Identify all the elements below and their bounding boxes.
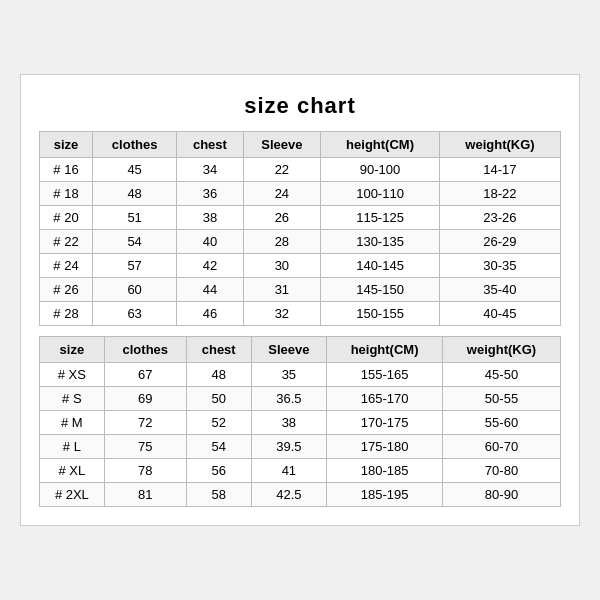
table-cell: # L <box>40 435 105 459</box>
table-cell: 60-70 <box>442 435 560 459</box>
table-cell: 175-180 <box>327 435 443 459</box>
table-cell: 58 <box>186 483 251 507</box>
table-cell: # 18 <box>40 182 93 206</box>
table-cell: # 20 <box>40 206 93 230</box>
table-cell: 54 <box>93 230 177 254</box>
column-header: clothes <box>104 337 186 363</box>
table-cell: # M <box>40 411 105 435</box>
table-cell: 81 <box>104 483 186 507</box>
column-header: weight(KG) <box>442 337 560 363</box>
table-cell: 155-165 <box>327 363 443 387</box>
table-row: # 28634632150-15540-45 <box>40 302 561 326</box>
table-cell: 41 <box>251 459 327 483</box>
table-cell: # XS <box>40 363 105 387</box>
table-row: # 24574230140-14530-35 <box>40 254 561 278</box>
column-header: chest <box>186 337 251 363</box>
table-row: # XL785641180-18570-80 <box>40 459 561 483</box>
table-cell: # 16 <box>40 158 93 182</box>
table-cell: 40-45 <box>439 302 560 326</box>
column-header: height(CM) <box>321 132 440 158</box>
table-cell: 42 <box>177 254 243 278</box>
table-cell: 26 <box>243 206 321 230</box>
table-cell: 44 <box>177 278 243 302</box>
table-cell: 52 <box>186 411 251 435</box>
table1-body: # 1645342290-10014-17# 18483624100-11018… <box>40 158 561 326</box>
table-cell: 40 <box>177 230 243 254</box>
table-cell: 69 <box>104 387 186 411</box>
table-cell: 39.5 <box>251 435 327 459</box>
table-cell: 90-100 <box>321 158 440 182</box>
table-cell: 67 <box>104 363 186 387</box>
table-cell: 50-55 <box>442 387 560 411</box>
table-row: # 2XL815842.5185-19580-90 <box>40 483 561 507</box>
table-cell: 100-110 <box>321 182 440 206</box>
table-cell: 150-155 <box>321 302 440 326</box>
table-cell: 55-60 <box>442 411 560 435</box>
table-cell: 18-22 <box>439 182 560 206</box>
table-cell: 23-26 <box>439 206 560 230</box>
table-cell: 185-195 <box>327 483 443 507</box>
table-cell: 48 <box>186 363 251 387</box>
table-cell: 72 <box>104 411 186 435</box>
table-row: # L755439.5175-18060-70 <box>40 435 561 459</box>
table-cell: 115-125 <box>321 206 440 230</box>
table-cell: 36.5 <box>251 387 327 411</box>
table2-body: # XS674835155-16545-50# S695036.5165-170… <box>40 363 561 507</box>
table-cell: 130-135 <box>321 230 440 254</box>
table-cell: 22 <box>243 158 321 182</box>
table-cell: 42.5 <box>251 483 327 507</box>
table-cell: 54 <box>186 435 251 459</box>
table-cell: # 22 <box>40 230 93 254</box>
table-cell: 145-150 <box>321 278 440 302</box>
table-cell: 30 <box>243 254 321 278</box>
table-cell: 38 <box>251 411 327 435</box>
table-cell: 75 <box>104 435 186 459</box>
table-row: # 18483624100-11018-22 <box>40 182 561 206</box>
column-header: weight(KG) <box>439 132 560 158</box>
table-cell: 36 <box>177 182 243 206</box>
table-row: # 20513826115-12523-26 <box>40 206 561 230</box>
table-cell: 31 <box>243 278 321 302</box>
table-row: # 1645342290-10014-17 <box>40 158 561 182</box>
column-header: Sleeve <box>251 337 327 363</box>
table-cell: 14-17 <box>439 158 560 182</box>
table-cell: # 24 <box>40 254 93 278</box>
table-cell: 140-145 <box>321 254 440 278</box>
table-cell: 28 <box>243 230 321 254</box>
size-table-children: sizeclotheschestSleeveheight(CM)weight(K… <box>39 131 561 326</box>
table-row: # S695036.5165-17050-55 <box>40 387 561 411</box>
table-cell: 180-185 <box>327 459 443 483</box>
table-cell: 165-170 <box>327 387 443 411</box>
table-cell: 63 <box>93 302 177 326</box>
table-cell: 48 <box>93 182 177 206</box>
table-cell: 32 <box>243 302 321 326</box>
table-cell: 46 <box>177 302 243 326</box>
table2-header-row: sizeclotheschestSleeveheight(CM)weight(K… <box>40 337 561 363</box>
table-cell: 78 <box>104 459 186 483</box>
section-divider <box>39 326 561 336</box>
table1-header-row: sizeclotheschestSleeveheight(CM)weight(K… <box>40 132 561 158</box>
table-cell: 26-29 <box>439 230 560 254</box>
table-cell: 70-80 <box>442 459 560 483</box>
column-header: chest <box>177 132 243 158</box>
table-cell: 56 <box>186 459 251 483</box>
size-table-adults: sizeclotheschestSleeveheight(CM)weight(K… <box>39 336 561 507</box>
table-cell: 34 <box>177 158 243 182</box>
chart-title: size chart <box>39 93 561 119</box>
size-chart-card: size chart sizeclotheschestSleeveheight(… <box>20 74 580 526</box>
table-cell: # XL <box>40 459 105 483</box>
table-cell: 38 <box>177 206 243 230</box>
table-cell: 50 <box>186 387 251 411</box>
column-header: size <box>40 132 93 158</box>
table-cell: 35 <box>251 363 327 387</box>
table-row: # M725238170-17555-60 <box>40 411 561 435</box>
table-cell: 57 <box>93 254 177 278</box>
column-header: height(CM) <box>327 337 443 363</box>
table-cell: 170-175 <box>327 411 443 435</box>
table-row: # 26604431145-15035-40 <box>40 278 561 302</box>
table-cell: 60 <box>93 278 177 302</box>
column-header: Sleeve <box>243 132 321 158</box>
table-row: # 22544028130-13526-29 <box>40 230 561 254</box>
table-cell: 30-35 <box>439 254 560 278</box>
table-cell: 45-50 <box>442 363 560 387</box>
